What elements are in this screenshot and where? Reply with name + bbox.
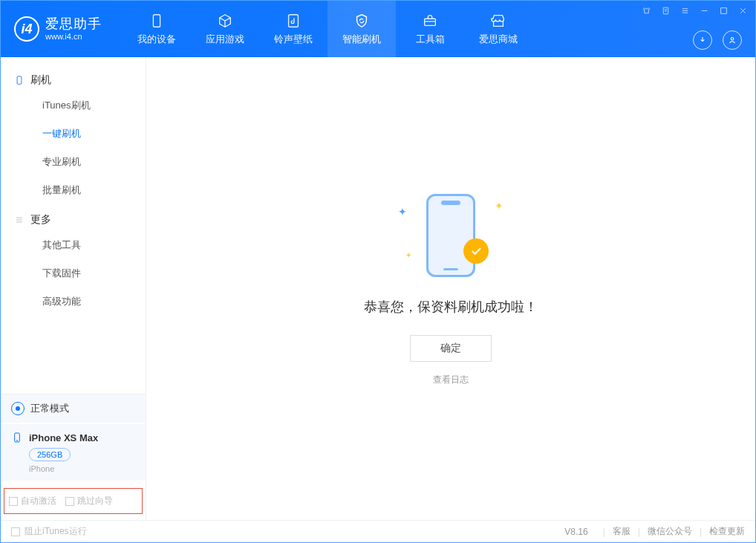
sidebar-item-other-tools[interactable]: 其他工具 [1,231,146,259]
nav-store[interactable]: 爱思商城 [464,1,532,57]
footer-link-support[interactable]: 客服 [613,525,630,538]
header-right-icons [693,30,742,50]
device-type: iPhone [29,464,135,473]
main-content: ✦ ✦ ✦ 恭喜您，保资料刷机成功啦！ 确定 查看日志 [146,57,755,520]
svg-rect-0 [153,15,160,27]
separator: | [700,527,702,537]
music-icon [284,12,302,30]
view-log-link[interactable]: 查看日志 [433,374,469,386]
nav-label: 铃声壁纸 [274,33,313,46]
menu-icon[interactable] [680,5,690,16]
svg-rect-4 [720,7,726,13]
device-name: iPhone XS Max [29,432,98,443]
separator: | [638,527,640,537]
checkbox-icon [65,497,74,506]
svg-point-5 [731,38,734,41]
checkbox-icon [9,497,18,506]
status-card[interactable]: 正常模式 [1,394,146,423]
download-icon[interactable] [693,30,712,50]
logo-icon: i4 [14,16,39,42]
nav-toolbox[interactable]: 工具箱 [396,1,464,57]
store-icon [489,12,507,30]
note-icon[interactable] [660,5,671,16]
check-badge-icon [463,238,489,264]
separator: | [603,527,605,537]
nav-label: 应用游戏 [206,33,244,46]
cube-icon [216,12,234,30]
app-subtitle: www.i4.cn [45,32,102,41]
sidebar-item-oneclick-flash[interactable]: 一键刷机 [1,120,146,148]
svg-rect-2 [425,19,436,25]
nav-ringtones[interactable]: 铃声壁纸 [259,1,328,57]
sidebar: 刷机 iTunes刷机 一键刷机 专业刷机 批量刷机 更多 其他工具 下载固件 … [1,57,146,520]
checkbox-label: 跳过向导 [77,495,113,507]
success-illustration: ✦ ✦ ✦ [395,191,506,280]
list-icon [14,215,25,225]
nav-my-device[interactable]: 我的设备 [123,1,191,57]
footer-link-wechat[interactable]: 微信公众号 [648,525,692,538]
window-controls [641,5,748,16]
options-highlight-box: 自动激活 跳过向导 [4,488,143,514]
close-icon[interactable] [737,5,748,16]
toolbox-icon [421,12,439,30]
footer: 阻止iTunes运行 V8.16 | 客服 | 微信公众号 | 检查更新 [1,520,755,542]
nav-flash[interactable]: 智能刷机 [328,1,396,57]
sparkle-icon: ✦ [405,251,411,259]
checkbox-auto-activate[interactable]: 自动激活 [9,495,56,507]
nav-bar: 我的设备 应用游戏 铃声壁纸 智能刷机 工具箱 爱思商城 [123,1,532,57]
sparkle-icon: ✦ [398,206,407,218]
version-label: V8.16 [564,527,587,537]
checkbox-label: 自动激活 [21,495,56,507]
device-icon [14,75,25,85]
device-card[interactable]: iPhone XS Max 256GB iPhone [1,424,146,481]
sidebar-item-batch-flash[interactable]: 批量刷机 [1,176,146,204]
checkbox-skip-guide[interactable]: 跳过向导 [65,495,113,507]
footer-link-update[interactable]: 检查更新 [709,525,745,538]
phone-illustration [426,194,475,277]
nav-label: 我的设备 [137,33,176,46]
phone-icon [148,12,166,30]
app-header: i4 爱思助手 www.i4.cn 我的设备 应用游戏 铃声壁纸 智能刷机 工具… [1,1,755,57]
nav-label: 智能刷机 [342,33,381,46]
nav-label: 工具箱 [416,33,445,46]
checkbox-block-itunes[interactable]: 阻止iTunes运行 [11,525,87,538]
sparkle-icon: ✦ [495,200,504,212]
nav-label: 爱思商城 [479,33,518,46]
shield-refresh-icon [353,12,371,30]
sidebar-item-advanced[interactable]: 高级功能 [1,287,146,316]
ok-button[interactable]: 确定 [410,335,492,362]
tshirt-icon[interactable] [641,5,651,16]
sidebar-group-title: 更多 [30,213,51,227]
sidebar-item-pro-flash[interactable]: 专业刷机 [1,148,146,176]
checkbox-icon [11,527,20,536]
minimize-icon[interactable] [699,5,709,16]
phone-icon [11,432,23,443]
svg-rect-6 [17,77,22,85]
sidebar-item-itunes-flash[interactable]: iTunes刷机 [1,91,146,120]
sidebar-group-flash: 刷机 [1,65,146,91]
status-icon [11,402,25,415]
success-message: 恭喜您，保资料刷机成功啦！ [364,298,538,316]
status-mode: 正常模式 [30,402,69,415]
device-storage-badge: 256GB [29,448,71,461]
checkbox-label: 阻止iTunes运行 [25,525,87,538]
maximize-icon[interactable] [718,5,729,16]
svg-rect-3 [663,7,668,14]
app-title: 爱思助手 [45,17,102,32]
nav-apps[interactable]: 应用游戏 [191,1,259,57]
sidebar-group-more: 更多 [1,204,146,231]
sidebar-item-download-firmware[interactable]: 下载固件 [1,259,146,287]
logo-area: i4 爱思助手 www.i4.cn [1,16,115,42]
user-icon[interactable] [723,30,742,50]
svg-rect-1 [289,15,299,27]
sidebar-group-title: 刷机 [30,74,51,87]
